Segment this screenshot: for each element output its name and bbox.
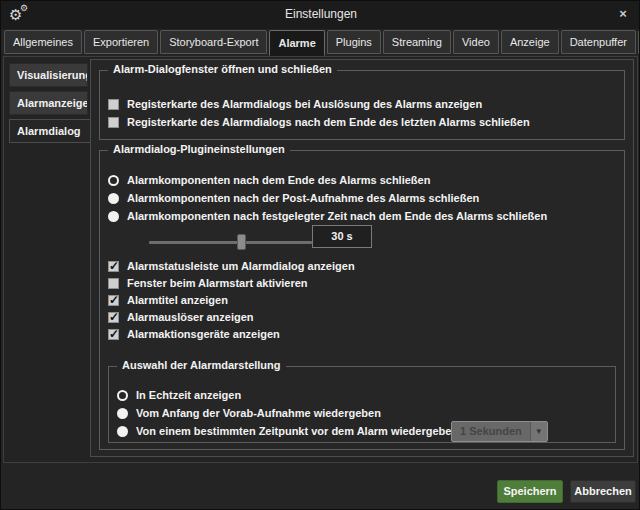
radio-icon[interactable] xyxy=(117,390,128,401)
checkbox-icon[interactable]: ✓ xyxy=(108,329,119,340)
group-dialogfenster: Alarm-Dialogfenster öffnen und schließen… xyxy=(99,70,625,140)
alarmdialog-panel: Alarm-Dialogfenster öffnen und schließen… xyxy=(90,59,634,457)
checkbox-icon[interactable]: ✓ xyxy=(108,295,119,306)
radio-row-bestimmter-zeitpunkt[interactable]: Von einem bestimmten Zeitpunkt vor dem A… xyxy=(117,424,458,438)
tab-exportieren[interactable]: Exportieren xyxy=(84,30,158,54)
slider-track[interactable] xyxy=(149,241,312,244)
sidebar-item-alarmanzeige[interactable]: Alarmanzeige xyxy=(9,91,88,115)
dialog-title: Einstellungen xyxy=(1,7,640,21)
checkbox-icon[interactable] xyxy=(108,117,119,128)
tab-alarme[interactable]: Alarme xyxy=(269,30,324,56)
radio-label: Von einem bestimmten Zeitpunkt vor dem A… xyxy=(136,425,458,437)
sidebar-item-alarmdialog[interactable]: Alarmdialog xyxy=(9,119,91,143)
checkbox-row-alarmstatusleiste[interactable]: ✓ Alarmstatusleiste um Alarmdialog anzei… xyxy=(108,259,355,273)
group-plugineinstellungen: Alarmdialog-Plugineinstellungen Alarmkom… xyxy=(99,150,625,450)
time-slider[interactable] xyxy=(149,234,312,250)
title-bar: ⚙ ⚙ Einstellungen × xyxy=(1,1,640,29)
tab-anzeige[interactable]: Anzeige xyxy=(501,30,559,54)
checkbox-row-fenster-aktivieren[interactable]: Fenster beim Alarmstart aktivieren xyxy=(108,276,308,290)
checkbox-label: Alarmauslöser anzeigen xyxy=(127,311,254,323)
radio-label: Vom Anfang der Vorab-Aufnahme wiedergebe… xyxy=(136,407,381,419)
checkbox-row-registerkarte-anzeigen[interactable]: Registerkarte des Alarmdialogs bei Auslö… xyxy=(108,97,482,111)
tab-video[interactable]: Video xyxy=(453,30,499,54)
radio-row-ende-alarm[interactable]: Alarmkomponenten nach dem Ende des Alarm… xyxy=(108,173,430,187)
tab-datenpuffer[interactable]: Datenpuffer xyxy=(561,30,636,54)
radio-row-echtzeit[interactable]: In Echtzeit anzeigen xyxy=(117,388,241,402)
group-alarmdarstellung: Auswahl der Alarmdarstellung In Echtzeit… xyxy=(108,366,616,443)
radio-row-post-aufnahme[interactable]: Alarmkomponenten nach der Post-Aufnahme … xyxy=(108,191,479,205)
checkbox-icon[interactable]: ✓ xyxy=(108,312,119,323)
tab-streaming[interactable]: Streaming xyxy=(383,30,451,54)
tab-allgemeines[interactable]: Allgemeines xyxy=(4,30,82,54)
check-icon: ✓ xyxy=(109,327,119,341)
sidebar-item-label: Visualisierung xyxy=(17,69,88,81)
radio-icon[interactable] xyxy=(117,426,128,437)
checkbox-row-alarmtitel[interactable]: ✓ Alarmtitel anzeigen xyxy=(108,293,228,307)
checkbox-label: Alarmaktionsgeräte anzeigen xyxy=(127,328,280,340)
checkbox-row-registerkarte-schliessen[interactable]: Registerkarte des Alarmdialogs nach dem … xyxy=(108,115,530,129)
radio-icon[interactable] xyxy=(117,408,128,419)
group-title: Auswahl der Alarmdarstellung xyxy=(117,359,286,371)
save-button[interactable]: Speichern xyxy=(497,480,563,503)
checkbox-icon[interactable] xyxy=(108,99,119,110)
cancel-button[interactable]: Abbrechen xyxy=(570,480,636,503)
checkbox-label: Registerkarte des Alarmdialogs bei Auslö… xyxy=(127,98,482,110)
radio-icon[interactable] xyxy=(108,193,119,204)
radio-icon[interactable] xyxy=(108,211,119,222)
radio-row-festgelegte-zeit[interactable]: Alarmkomponenten nach festgelegter Zeit … xyxy=(108,209,547,223)
slider-value-field[interactable]: 30 s xyxy=(312,225,372,248)
checkbox-label: Alarmtitel anzeigen xyxy=(127,294,228,306)
dropdown-value: 1 Sekunden xyxy=(452,422,530,441)
group-title: Alarm-Dialogfenster öffnen und schließen xyxy=(108,63,337,75)
alarme-tab-page: Visualisierung Alarmanzeige Alarmdialog … xyxy=(3,56,638,463)
radio-label: Alarmkomponenten nach der Post-Aufnahme … xyxy=(127,192,479,204)
checkbox-label: Alarmstatusleiste um Alarmdialog anzeige… xyxy=(127,260,355,272)
radio-label: Alarmkomponenten nach festgelegter Zeit … xyxy=(127,210,547,222)
radio-label: In Echtzeit anzeigen xyxy=(136,389,241,401)
check-icon: ✓ xyxy=(109,310,119,324)
checkbox-row-alarmaktionsgeraete[interactable]: ✓ Alarmaktionsgeräte anzeigen xyxy=(108,327,280,341)
radio-label: Alarmkomponenten nach dem Ende des Alarm… xyxy=(127,174,430,186)
checkbox-label: Registerkarte des Alarmdialogs nach dem … xyxy=(127,116,530,128)
sidebar-item-visualisierung[interactable]: Visualisierung xyxy=(9,63,88,87)
chevron-down-icon[interactable]: ▾ xyxy=(530,422,547,441)
tab-plugins[interactable]: Plugins xyxy=(327,30,381,54)
sidebar-item-label: Alarmdialog xyxy=(17,125,81,137)
check-icon: ✓ xyxy=(109,293,119,307)
seconds-dropdown[interactable]: 1 Sekunden ▾ xyxy=(451,421,548,442)
check-icon: ✓ xyxy=(109,259,119,273)
checkbox-label: Fenster beim Alarmstart aktivieren xyxy=(127,277,308,289)
slider-handle[interactable] xyxy=(237,234,246,250)
checkbox-row-alarmausloeser[interactable]: ✓ Alarmauslöser anzeigen xyxy=(108,310,254,324)
tab-storyboard-export[interactable]: Storyboard-Export xyxy=(160,30,267,54)
close-icon[interactable]: × xyxy=(615,6,631,21)
checkbox-icon[interactable]: ✓ xyxy=(108,261,119,272)
tab-bar: Allgemeines Exportieren Storyboard-Expor… xyxy=(4,30,640,56)
sidebar-item-label: Alarmanzeige xyxy=(17,97,88,109)
radio-icon[interactable] xyxy=(108,175,119,186)
radio-row-vorab-aufnahme[interactable]: Vom Anfang der Vorab-Aufnahme wiedergebe… xyxy=(117,406,381,420)
group-title: Alarmdialog-Plugineinstellungen xyxy=(108,143,290,155)
checkbox-icon[interactable] xyxy=(108,278,119,289)
